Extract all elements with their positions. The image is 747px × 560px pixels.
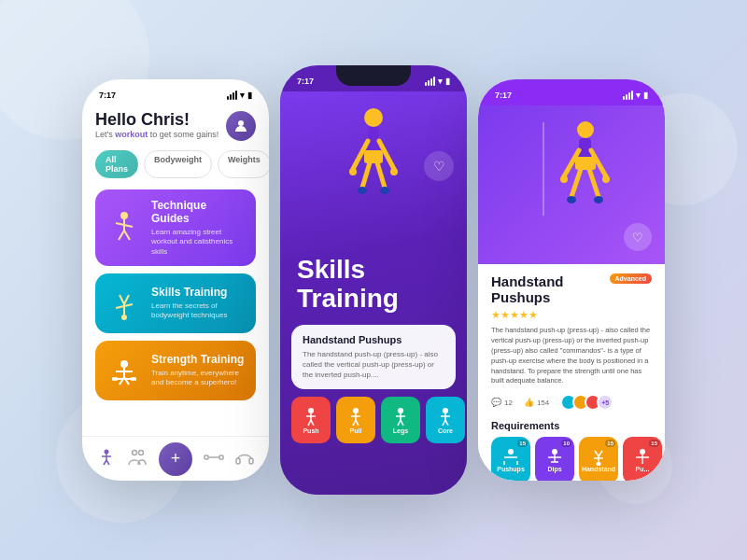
participant-avatars: +5 xyxy=(560,394,613,411)
filter-all-plans[interactable]: All Plans xyxy=(95,150,138,178)
req-handstand[interactable]: Handstand 15 xyxy=(579,437,618,481)
exercise-push[interactable]: Push xyxy=(291,397,331,443)
req-more[interactable]: Pu... 15 xyxy=(623,437,662,481)
star-rating: ★★★★★ xyxy=(491,309,652,321)
phone-2-status-icons: ▾ ▮ xyxy=(425,77,450,86)
strength-title: Strength Training xyxy=(151,353,247,366)
svg-point-1 xyxy=(120,212,128,219)
likes-count: 154 xyxy=(537,399,549,407)
svg-point-19 xyxy=(105,449,109,454)
signal-icon-2 xyxy=(425,77,435,86)
svg-point-71 xyxy=(560,175,568,183)
phone-1-bottom-nav: + xyxy=(82,436,269,481)
technique-card-text: Technique Guides Learn amazing street wo… xyxy=(151,199,247,257)
svg-point-57 xyxy=(443,408,448,413)
svg-point-31 xyxy=(364,108,383,127)
phone-3-notch xyxy=(534,79,609,100)
svg-line-61 xyxy=(445,420,448,426)
svg-point-6 xyxy=(121,315,127,320)
exercise-title: Handstand Pushups xyxy=(491,273,610,305)
phone-1-header: Hello Chris! Let's workout to get some g… xyxy=(95,111,256,141)
req-dips-wrap: Dips 10 xyxy=(535,437,574,481)
svg-line-90 xyxy=(595,451,599,456)
phone-1-notch xyxy=(138,79,213,100)
svg-point-47 xyxy=(353,408,359,413)
phone-2-notch xyxy=(336,65,411,86)
phone-3-time: 7:17 xyxy=(495,91,512,100)
svg-point-75 xyxy=(567,196,576,203)
technique-title: Technique Guides xyxy=(151,199,247,226)
card-strength[interactable]: Strength Training Train anytime, everywh… xyxy=(95,341,256,400)
phone-2-card[interactable]: Handstand Pushups The handstand push-up … xyxy=(291,325,456,390)
strength-card-text: Strength Training Train anytime, everywh… xyxy=(151,353,247,387)
phone-1: 7:17 ▾ ▮ Hello Chris! Let's workout to g… xyxy=(82,79,269,481)
p2-card-desc: The handstand push-up (press-up) - also … xyxy=(303,349,444,381)
svg-line-22 xyxy=(104,460,106,465)
svg-rect-26 xyxy=(204,455,208,459)
exercise-stats: 💬 12 👍 154 +5 xyxy=(491,394,652,411)
req-dips[interactable]: Dips 10 xyxy=(535,437,574,481)
nav-headphones[interactable] xyxy=(235,448,254,470)
req-pushups[interactable]: Pushups 15 xyxy=(491,437,530,481)
skills-card-text: Skills Training Learn the secrets of bod… xyxy=(151,286,247,320)
svg-point-92 xyxy=(640,449,645,455)
svg-rect-77 xyxy=(575,157,596,170)
svg-line-10 xyxy=(124,295,129,304)
heart-button-2[interactable]: ♡ xyxy=(424,151,454,181)
exercise-core[interactable]: Core xyxy=(426,397,465,443)
svg-line-55 xyxy=(398,420,401,426)
comments-stat: 💬 12 xyxy=(491,398,513,407)
greeting-text: Hello Chris! Let's workout to get some g… xyxy=(95,111,218,139)
nav-gymnastics[interactable] xyxy=(97,448,116,470)
svg-line-91 xyxy=(599,451,602,456)
athlete-figure-2 xyxy=(317,99,430,239)
more-participants: +5 xyxy=(597,394,613,411)
greeting-sub: Let's workout to get some gains! xyxy=(95,130,218,139)
battery-icon-2: ▮ xyxy=(445,77,450,86)
phone-2-title: Skills Training xyxy=(280,241,467,321)
svg-point-72 xyxy=(602,175,610,183)
workout-link[interactable]: workout xyxy=(115,130,148,139)
svg-point-67 xyxy=(577,121,594,138)
difficulty-badge: Advanced xyxy=(610,273,652,284)
card-skills[interactable]: Skills Training Learn the secrets of bod… xyxy=(95,273,256,333)
svg-point-36 xyxy=(390,168,398,175)
svg-line-5 xyxy=(124,231,130,240)
phone-1-status-icons: ▾ ▮ xyxy=(227,91,252,100)
svg-point-25 xyxy=(139,450,144,455)
user-avatar[interactable] xyxy=(226,111,256,141)
svg-line-60 xyxy=(443,420,445,426)
exercise-pull[interactable]: Pull xyxy=(336,397,375,443)
exercise-legs[interactable]: Legs xyxy=(381,397,420,443)
battery-icon: ▮ xyxy=(247,91,252,100)
req-more-wrap: Pu... 15 xyxy=(623,437,662,481)
svg-point-79 xyxy=(508,449,514,455)
svg-point-42 xyxy=(308,408,314,413)
phone-3-body: Handstand Pushups Advanced ★★★★★ The han… xyxy=(478,264,665,481)
svg-line-9 xyxy=(120,295,124,304)
filter-weights[interactable]: Weights xyxy=(218,150,269,178)
nav-dumbbell[interactable] xyxy=(204,448,224,470)
phone-3-hero: ♡ xyxy=(478,105,665,264)
signal-icon xyxy=(227,91,237,100)
svg-point-40 xyxy=(380,187,389,194)
phone-2-hero: ♡ xyxy=(280,91,467,241)
nav-group[interactable] xyxy=(127,448,148,470)
svg-line-56 xyxy=(401,420,403,426)
nav-add-button[interactable]: + xyxy=(159,442,192,476)
technique-desc: Learn amazing street workout and calisth… xyxy=(151,228,247,257)
wifi-icon-3: ▾ xyxy=(636,91,641,100)
heart-button-3[interactable]: ♡ xyxy=(624,223,652,251)
svg-point-76 xyxy=(594,196,603,203)
svg-point-52 xyxy=(398,408,403,413)
p2-card-title: Handstand Pushups xyxy=(303,334,444,345)
svg-line-37 xyxy=(362,160,371,188)
svg-line-46 xyxy=(311,420,314,426)
comments-count: 12 xyxy=(504,399,513,407)
phones-container: 7:17 ▾ ▮ Hello Chris! Let's workout to g… xyxy=(82,65,665,495)
filter-bodyweight[interactable]: Bodyweight xyxy=(144,150,212,178)
strength-desc: Train anytime, everywhere and become a s… xyxy=(151,369,247,388)
phone-2: 7:17 ▾ ▮ xyxy=(280,65,467,495)
card-technique[interactable]: Technique Guides Learn amazing street wo… xyxy=(95,189,256,266)
svg-line-73 xyxy=(571,166,582,197)
